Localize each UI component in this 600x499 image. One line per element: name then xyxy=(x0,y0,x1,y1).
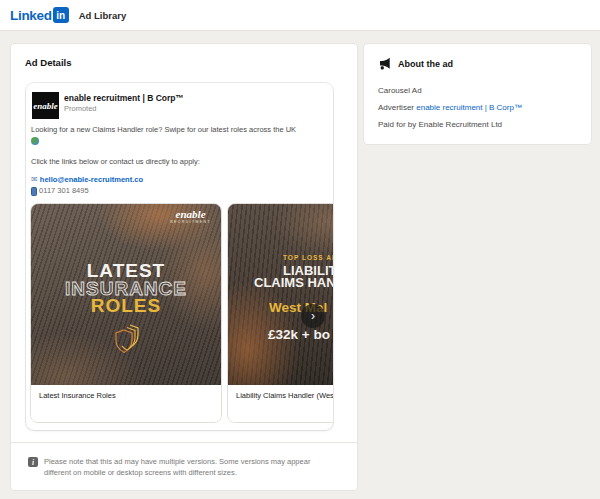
globe-icon xyxy=(31,137,39,145)
info-icon: i xyxy=(28,457,38,467)
advertiser-logo-text: enable xyxy=(33,101,58,111)
shield-icon xyxy=(112,324,142,356)
ad-type-label: Carousel Ad xyxy=(378,86,422,95)
carousel-image-1: enable RECRUITMENT LATEST INSURANCE ROLE… xyxy=(31,204,221,385)
phone-icon xyxy=(31,187,37,196)
email-link[interactable]: hello@enable-recruitment.co xyxy=(40,175,143,184)
carousel-image-2: TOP LOSS ADJU LIABILIT CLAIMS HAN West M… xyxy=(228,204,333,385)
advertiser-row: Advertiser enable recruitment | B Corp™ xyxy=(378,103,522,112)
ad-copy-line-1: Looking for a new Claims Handler role? S… xyxy=(31,125,296,134)
image-salary: £32k + bo xyxy=(268,327,330,342)
linkedin-wordmark: Linked xyxy=(10,8,52,23)
top-navbar: Linked in Ad Library xyxy=(0,0,600,31)
email-icon: ✉ xyxy=(31,175,38,184)
paid-for-by-label: Paid for by Enable Recruitment Ltd xyxy=(378,120,502,129)
advertiser-profile-link[interactable]: enable recruitment | B Corp™ xyxy=(416,103,522,112)
ad-copy-emoji-line xyxy=(31,136,39,145)
phone-number: 0117 301 8495 xyxy=(39,186,89,195)
app-title: Ad Library xyxy=(79,10,127,21)
ad-library-page: Linked in Ad Library Ad Details enable e… xyxy=(0,0,600,499)
image-brand-logo: enable RECRUITMENT xyxy=(170,209,211,224)
ad-phone-line: 0117 301 8495 xyxy=(31,186,89,196)
image-kicker: TOP LOSS ADJU xyxy=(283,254,333,261)
carousel-next-button[interactable]: › xyxy=(301,304,325,328)
promoted-label: Promoted xyxy=(64,104,97,113)
advertiser-logo[interactable]: enable xyxy=(32,92,59,119)
ad-details-heading: Ad Details xyxy=(25,57,71,68)
megaphone-icon xyxy=(378,57,391,70)
image-headline: LATEST INSURANCE ROLES xyxy=(31,262,221,315)
ad-copy-line-2: Click the links below or contact us dire… xyxy=(31,157,200,166)
versions-note-text: Please note that this ad may have multip… xyxy=(44,456,336,490)
linkedin-in-icon: in xyxy=(53,7,69,23)
advertiser-label: Advertiser xyxy=(378,103,414,112)
carousel-item-1[interactable]: enable RECRUITMENT LATEST INSURANCE ROLE… xyxy=(30,203,222,423)
advertiser-name-link[interactable]: enable recruitment | B Corp™ xyxy=(64,93,184,103)
about-the-ad-title: About the ad xyxy=(398,59,453,69)
chevron-right-icon: › xyxy=(311,310,315,322)
about-the-ad-panel: About the ad Carousel Ad Advertiser enab… xyxy=(364,44,591,144)
carousel: enable RECRUITMENT LATEST INSURANCE ROLE… xyxy=(30,203,333,423)
versions-note: i Please note that this ad may have mult… xyxy=(11,442,357,490)
carousel-caption-1: Latest Insurance Roles xyxy=(31,385,221,422)
image-headline-line2: CLAIMS HAN xyxy=(254,275,333,290)
linkedin-logo[interactable]: Linked in xyxy=(10,7,69,23)
carousel-caption-2: Liability Claims Handler (West M xyxy=(228,385,333,422)
ad-email-line: ✉ hello@enable-recruitment.co xyxy=(31,175,143,184)
ad-details-panel: Ad Details enable enable recruitment | B… xyxy=(11,44,357,490)
about-the-ad-header: About the ad xyxy=(378,57,453,70)
ad-card: enable enable recruitment | B Corp™ Prom… xyxy=(26,83,333,430)
